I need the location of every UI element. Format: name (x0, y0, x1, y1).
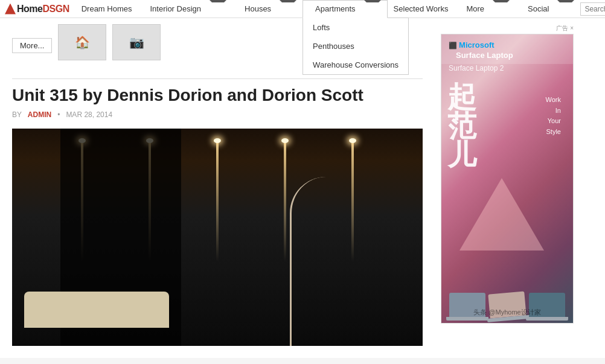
nav-menu: Dream Homes Interior Design Houses Apart… (75, 0, 581, 18)
breadcrumb-row: 🏠 📷 (58, 24, 161, 60)
dropdown-item-warehouse[interactable]: Warehouse Conversions (303, 56, 408, 74)
logo[interactable]: HomeDSGN (5, 4, 69, 14)
houses-caret (280, 0, 296, 18)
navbar: HomeDSGN Dream Homes Interior Design Hou… (0, 0, 605, 18)
dropdown-link-warehouse[interactable]: Warehouse Conversions (303, 56, 408, 74)
thumbnail-2: 📷 (112, 24, 161, 60)
image-icon-1: 🏠 (75, 35, 90, 49)
sidebar: 广告 × ⬛ Microsoft Surface Laptop Surface … (435, 18, 580, 358)
social-caret (557, 0, 574, 18)
nav-item-houses[interactable]: Houses (232, 0, 302, 18)
search-form: GO (580, 2, 605, 16)
apartments-caret (364, 0, 381, 18)
nav-item-apartments[interactable]: Apartments Lofts Penthouses Warehouse Co… (302, 0, 387, 18)
logo-icon (5, 4, 16, 14)
sofa (24, 292, 169, 328)
logo-text: HomeDSGN (17, 4, 69, 14)
dropdown-link-lofts[interactable]: Lofts (303, 18, 408, 37)
nav-item-selected-works[interactable]: Selected Works (388, 0, 455, 18)
hero-image (12, 129, 423, 346)
staircase (290, 177, 399, 346)
ad-zh-chars: 起 范 儿 (447, 83, 476, 170)
ad-product-name: Surface Laptop 2 (441, 64, 573, 72)
article-meta: BY ADMIN • MAR 28, 2014 (12, 110, 423, 119)
more-button[interactable]: More... (12, 38, 52, 53)
nav-link-social[interactable]: Social (516, 0, 580, 18)
meta-by: BY (12, 110, 22, 119)
watermark: 头条 @Myhome设计家 (473, 308, 540, 317)
dropdown-item-penthouses[interactable]: Penthouses (303, 37, 408, 56)
search-input[interactable] (580, 2, 605, 16)
interior-design-caret (210, 0, 226, 18)
ms-brand: ⬛ Microsoft (449, 40, 566, 49)
nav-link-more[interactable]: More (454, 0, 516, 18)
image-icon-2: 📷 (129, 35, 144, 49)
divider (12, 78, 423, 79)
meta-author[interactable]: ADMIN (28, 110, 51, 119)
light-beam-3 (216, 141, 219, 261)
ad-triangle (459, 178, 544, 251)
nav-link-interior-design[interactable]: Interior Design (138, 0, 232, 18)
nav-link-apartments[interactable]: Apartments (302, 0, 387, 18)
more-caret (493, 0, 510, 18)
thumbnail-1: 🏠 (58, 24, 106, 60)
nav-item-more[interactable]: More (454, 0, 516, 18)
nav-item-interior-design[interactable]: Interior Design (138, 0, 232, 18)
nav-item-social[interactable]: Social (516, 0, 580, 18)
light-source-3 (214, 138, 221, 143)
nav-link-houses[interactable]: Houses (232, 0, 302, 18)
ad-product-line: Surface Laptop (449, 49, 566, 61)
article-title: Unit 315 by Dennis Dorion and Dorion Sco… (12, 85, 423, 106)
ad-work-text: Work In Your Style (546, 95, 561, 137)
nav-item-dream-homes[interactable]: Dream Homes (75, 0, 138, 18)
nav-link-dream-homes[interactable]: Dream Homes (75, 0, 138, 18)
meta-separator: • (57, 110, 60, 119)
dropdown-link-penthouses[interactable]: Penthouses (303, 37, 408, 56)
dropdown-item-lofts[interactable]: Lofts (303, 18, 408, 37)
light-source-4 (281, 138, 289, 143)
meta-date: MAR 28, 2014 (66, 110, 112, 119)
apartments-dropdown: Lofts Penthouses Warehouse Conversions (302, 18, 409, 75)
nav-link-selected-works[interactable]: Selected Works (388, 0, 455, 18)
ms-logo-area: ⬛ Microsoft Surface Laptop (441, 34, 573, 64)
light-source-5 (349, 138, 356, 143)
ad-label: 广告 × (441, 24, 574, 33)
ad-box: ⬛ Microsoft Surface Laptop Surface Lapto… (441, 34, 574, 324)
light-beam-4 (284, 141, 286, 261)
